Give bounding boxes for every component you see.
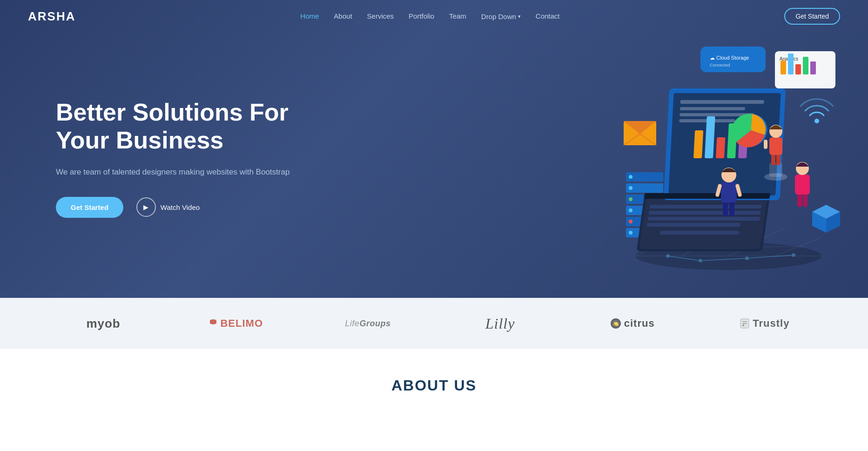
brand-logo[interactable]: ARSHA xyxy=(28,9,75,24)
hero-illustration: ☁ Cloud Storage Connected Analytics xyxy=(607,28,849,279)
svg-rect-63 xyxy=(721,182,737,202)
hero-section: Better Solutions For Your Business We ar… xyxy=(0,0,868,298)
lilly-logo-text: Lilly xyxy=(485,315,515,332)
play-icon: ▶ xyxy=(136,197,156,217)
nav-dropdown[interactable]: Drop Down ▾ xyxy=(481,13,521,20)
svg-rect-44 xyxy=(781,61,786,74)
svg-rect-45 xyxy=(788,54,794,74)
citrus-icon: 🍋 xyxy=(610,318,621,329)
svg-rect-57 xyxy=(776,154,781,165)
clients-section: myob BELIMO LifeGroups Lilly 🍋 citrus xyxy=(0,298,868,349)
svg-rect-24 xyxy=(647,223,740,227)
belimo-icon xyxy=(208,318,218,329)
svg-rect-61 xyxy=(723,200,728,216)
nav-portfolio[interactable]: Portfolio xyxy=(409,12,434,20)
svg-rect-67 xyxy=(797,193,802,207)
navbar: ARSHA Home About Services Portfolio Team… xyxy=(0,0,868,33)
citrus-logo-text: 🍋 citrus xyxy=(610,317,655,330)
svg-rect-58 xyxy=(769,137,782,155)
svg-point-18 xyxy=(629,231,632,235)
svg-rect-23 xyxy=(648,217,760,221)
svg-point-17 xyxy=(629,220,632,223)
hero-get-started-button[interactable]: Get Started xyxy=(56,197,123,218)
nav-about[interactable]: About xyxy=(334,12,352,20)
nav-team[interactable]: Team xyxy=(449,12,466,20)
svg-rect-34 xyxy=(716,137,725,158)
svg-rect-25 xyxy=(660,231,740,235)
nav-services[interactable]: Services xyxy=(367,12,394,20)
svg-rect-22 xyxy=(649,211,761,215)
hero-content: Better Solutions For Your Business We ar… xyxy=(0,43,326,255)
nav-links: Home About Services Portfolio Team Drop … xyxy=(300,12,559,20)
hero-subtitle: We are team of talented designers making… xyxy=(56,166,298,178)
svg-rect-46 xyxy=(795,64,801,74)
nav-home[interactable]: Home xyxy=(300,12,319,20)
svg-rect-86 xyxy=(742,323,747,324)
svg-point-13 xyxy=(629,175,632,179)
watch-video-label: Watch Video xyxy=(161,203,200,211)
svg-point-15 xyxy=(629,197,632,201)
trustly-logo-text: Trustly xyxy=(740,317,789,330)
client-logo-lifegroups[interactable]: LifeGroups xyxy=(340,319,396,329)
svg-rect-21 xyxy=(649,205,761,209)
client-logo-myob[interactable]: myob xyxy=(75,316,131,331)
lifegroups-logo-text: LifeGroups xyxy=(345,319,390,329)
svg-rect-28 xyxy=(680,100,764,104)
about-section: ABOUT US xyxy=(0,349,868,413)
svg-point-14 xyxy=(629,186,632,190)
client-logo-lilly[interactable]: Lilly xyxy=(472,315,528,332)
svg-rect-38 xyxy=(644,193,770,199)
nav-contact[interactable]: Contact xyxy=(536,12,560,20)
svg-rect-60 xyxy=(764,140,767,149)
svg-rect-55 xyxy=(769,163,782,177)
svg-rect-32 xyxy=(693,130,703,158)
svg-text:🍋: 🍋 xyxy=(613,321,619,327)
svg-text:☁ Cloud Storage: ☁ Cloud Storage xyxy=(710,55,749,61)
svg-point-53 xyxy=(814,119,819,123)
svg-rect-85 xyxy=(742,321,747,322)
svg-rect-68 xyxy=(803,193,807,207)
trustly-icon xyxy=(740,318,750,329)
hero-actions: Get Started ▶ Watch Video xyxy=(56,197,298,218)
belimo-logo-text: BELIMO xyxy=(208,317,263,330)
myob-logo-text: myob xyxy=(86,316,120,331)
chevron-down-icon: ▾ xyxy=(518,13,521,20)
tech-illustration-svg: ☁ Cloud Storage Connected Analytics xyxy=(607,28,849,279)
svg-rect-69 xyxy=(795,175,810,195)
watch-video-button[interactable]: ▶ Watch Video xyxy=(136,197,200,217)
svg-rect-62 xyxy=(729,200,734,216)
client-logo-trustly[interactable]: Trustly xyxy=(737,317,793,330)
svg-rect-29 xyxy=(680,107,745,110)
client-logo-belimo[interactable]: BELIMO xyxy=(208,317,263,330)
svg-point-16 xyxy=(629,209,632,212)
client-logo-citrus[interactable]: 🍋 citrus xyxy=(605,317,660,330)
svg-rect-56 xyxy=(771,154,775,165)
svg-rect-47 xyxy=(803,57,808,74)
svg-point-87 xyxy=(742,324,744,326)
about-title: ABOUT US xyxy=(37,377,831,394)
hero-title: Better Solutions For Your Business xyxy=(56,99,298,155)
svg-rect-48 xyxy=(810,61,816,74)
svg-text:Connected: Connected xyxy=(710,63,730,67)
nav-get-started-button[interactable]: Get Started xyxy=(784,8,840,25)
